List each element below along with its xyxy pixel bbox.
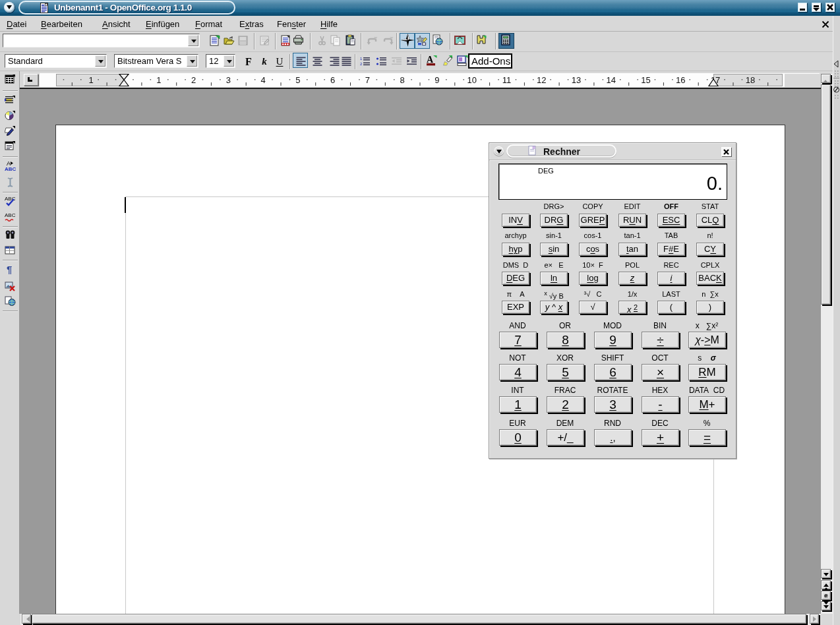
svg-text:9: 9 (435, 75, 439, 85)
svg-text:1: 1 (360, 57, 363, 61)
svg-text:10: 10 (467, 75, 476, 85)
svg-text:4: 4 (260, 75, 265, 85)
svg-text:13: 13 (572, 75, 581, 85)
svg-text:18: 18 (746, 75, 755, 85)
svg-text:ABC: ABC (5, 196, 16, 202)
svg-text:1: 1 (88, 75, 93, 85)
svg-text:11: 11 (502, 75, 512, 85)
svg-text:6: 6 (330, 75, 335, 85)
svg-text:2: 2 (191, 75, 196, 85)
svg-text:ABC: ABC (5, 212, 16, 218)
svg-text:ABC: ABC (5, 166, 16, 172)
svg-text:16: 16 (676, 75, 685, 85)
svg-text:A: A (427, 55, 434, 65)
svg-text:12: 12 (537, 75, 546, 85)
svg-text:3: 3 (226, 75, 231, 85)
svg-text:1: 1 (156, 75, 161, 85)
svg-text:8: 8 (400, 75, 405, 85)
svg-text:5: 5 (295, 75, 300, 85)
svg-text:14: 14 (607, 75, 616, 85)
svg-text:2: 2 (360, 62, 363, 66)
svg-text:7: 7 (365, 75, 370, 85)
svg-text:¶: ¶ (7, 264, 12, 275)
svg-text:15: 15 (641, 75, 650, 85)
